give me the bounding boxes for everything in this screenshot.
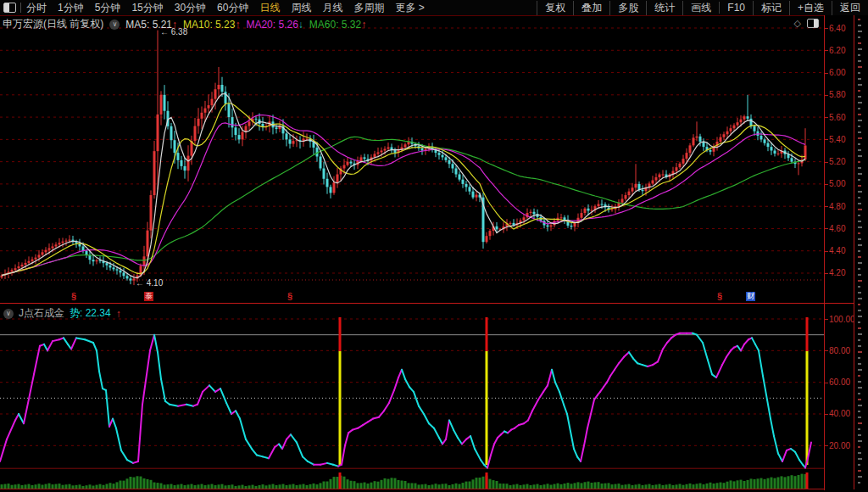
ma60-label: MA60: bbox=[309, 19, 339, 31]
mini-strip-glyph bbox=[858, 42, 861, 44]
mini-strip-glyph bbox=[858, 417, 861, 418]
axis-tick bbox=[825, 445, 828, 446]
ma5-label: MA5: bbox=[125, 19, 149, 31]
action-back[interactable]: 返回 bbox=[832, 1, 868, 15]
main-chart-panel: 申万宏源(日线 前复权) ∨ MA5: 5.21↑ MA10: 5.23↑ MA… bbox=[0, 15, 868, 303]
menu-item-30min[interactable]: 30分钟 bbox=[175, 1, 206, 15]
menu-item-weekly[interactable]: 周线 bbox=[291, 1, 311, 15]
price-axis-label: 5.40 bbox=[825, 135, 854, 144]
mini-strip-glyph bbox=[858, 256, 861, 258]
indicator-chart[interactable] bbox=[0, 304, 824, 490]
mini-strip-glyph bbox=[858, 72, 860, 74]
main-candle-chart[interactable] bbox=[0, 15, 824, 303]
mini-strip-glyph bbox=[858, 203, 861, 204]
mini-strip-glyph bbox=[858, 114, 861, 115]
mini-strip-glyph bbox=[858, 131, 861, 133]
mini-strip-glyph bbox=[858, 304, 860, 305]
right-mini-strip[interactable] bbox=[854, 15, 868, 489]
trading-app: 分时 1分钟 5分钟 15分钟 30分钟 60分钟 日线 周线 月线 多周期 更… bbox=[0, 0, 868, 492]
indicator-value-label: 势: 22.34 bbox=[70, 306, 111, 321]
action-fuquan[interactable]: 复权 bbox=[537, 1, 573, 15]
mini-strip-glyph bbox=[858, 126, 860, 127]
price-axis-label: 6.20 bbox=[825, 46, 854, 55]
mini-strip-glyph bbox=[858, 369, 862, 371]
corner-icons: ◇ bbox=[794, 19, 819, 28]
axis-tick bbox=[825, 350, 828, 351]
down-arrow-icon: ↓ bbox=[298, 19, 303, 31]
mini-strip-glyph bbox=[858, 215, 860, 216]
axis-tick bbox=[825, 228, 828, 229]
menu-item-5min[interactable]: 5分钟 bbox=[95, 1, 121, 15]
mini-strip-glyph bbox=[858, 96, 861, 98]
mini-strip-glyph bbox=[858, 197, 860, 198]
stock-title: 申万宏源(日线 前复权) bbox=[3, 17, 103, 31]
action-overlay[interactable]: 叠加 bbox=[573, 1, 609, 15]
mini-strip-glyph bbox=[858, 399, 861, 400]
mini-strip-glyph bbox=[858, 476, 862, 478]
mini-strip-glyph bbox=[858, 250, 860, 252]
menu-item-multiperiod[interactable]: 多周期 bbox=[353, 1, 384, 15]
axis-tick bbox=[825, 50, 828, 51]
mini-strip-glyph bbox=[858, 209, 862, 210]
mini-strip-glyph bbox=[858, 446, 860, 448]
up-arrow-icon: ↑ bbox=[361, 19, 366, 31]
split-window-icon[interactable] bbox=[3, 3, 16, 13]
mini-strip-glyph bbox=[858, 226, 862, 228]
menu-item-monthly[interactable]: 月线 bbox=[322, 1, 342, 15]
menu-item-more[interactable]: 更多 > bbox=[395, 1, 424, 15]
mini-strip-glyph bbox=[858, 339, 860, 341]
financial-report-mark[interactable]: 财 bbox=[746, 292, 755, 301]
exright-mark[interactable]: § bbox=[71, 292, 76, 301]
mini-strip-glyph bbox=[858, 316, 862, 317]
axis-tick bbox=[825, 95, 828, 96]
mini-strip-glyph bbox=[858, 268, 860, 270]
action-f10[interactable]: F10 bbox=[719, 2, 753, 14]
mini-strip-glyph bbox=[858, 25, 861, 26]
mini-strip-glyph bbox=[858, 434, 861, 436]
mini-strip-glyph bbox=[858, 411, 860, 412]
mini-strip-glyph bbox=[858, 458, 862, 460]
axis-tick bbox=[825, 162, 828, 163]
menu-item-daily[interactable]: 日线 bbox=[259, 1, 280, 15]
up-arrow-icon: ↑ bbox=[235, 19, 240, 31]
action-add-watchlist[interactable]: +自选 bbox=[789, 1, 832, 15]
action-multistock[interactable]: 多股 bbox=[609, 1, 646, 15]
mini-strip-glyph bbox=[858, 321, 860, 323]
mini-strip-glyph bbox=[858, 351, 862, 353]
exright-mark[interactable]: § bbox=[287, 292, 292, 301]
mini-strip-glyph bbox=[858, 185, 861, 187]
exright-mark[interactable]: § bbox=[717, 292, 722, 301]
mini-strip-glyph bbox=[858, 173, 862, 175]
mini-strip-glyph bbox=[858, 36, 860, 38]
mini-strip-glyph bbox=[858, 405, 862, 406]
mini-strip-glyph bbox=[858, 191, 862, 193]
mini-strip-glyph bbox=[858, 470, 861, 472]
mini-strip-glyph bbox=[858, 244, 862, 246]
mini-strip-glyph bbox=[858, 286, 860, 288]
mini-strip-glyph bbox=[858, 143, 860, 145]
menu-item-1min[interactable]: 1分钟 bbox=[58, 1, 84, 15]
ma10-legend: MA10: 5.23↑ bbox=[183, 19, 240, 31]
mini-strip-glyph bbox=[858, 262, 862, 264]
action-mark[interactable]: 标记 bbox=[753, 1, 789, 15]
mini-strip-glyph bbox=[858, 482, 860, 484]
menu-item-15min[interactable]: 15分钟 bbox=[131, 1, 163, 15]
mini-strip-glyph bbox=[858, 78, 861, 80]
indicator-axis-label: 20.00 bbox=[825, 441, 854, 450]
action-stats[interactable]: 统计 bbox=[646, 1, 682, 15]
window-layout-icon[interactable] bbox=[807, 19, 819, 28]
chevron-down-icon[interactable]: ∨ bbox=[3, 309, 14, 319]
mini-strip-glyph bbox=[858, 84, 862, 86]
mini-strip-glyph bbox=[858, 452, 861, 454]
mini-strip-glyph bbox=[858, 102, 862, 103]
menu-item-fenshi[interactable]: 分时 bbox=[26, 1, 47, 15]
action-drawline[interactable]: 画线 bbox=[682, 1, 719, 15]
mini-strip-glyph bbox=[858, 327, 861, 329]
chevron-down-icon[interactable]: ∨ bbox=[109, 20, 120, 30]
mini-strip-glyph bbox=[858, 31, 862, 32]
mini-strip-glyph bbox=[858, 120, 862, 121]
event-seal-mark[interactable]: 泰 bbox=[144, 292, 153, 301]
menu-item-60min[interactable]: 60分钟 bbox=[217, 1, 248, 15]
diamond-icon[interactable]: ◇ bbox=[794, 19, 801, 28]
mini-strip-glyph bbox=[858, 54, 860, 56]
